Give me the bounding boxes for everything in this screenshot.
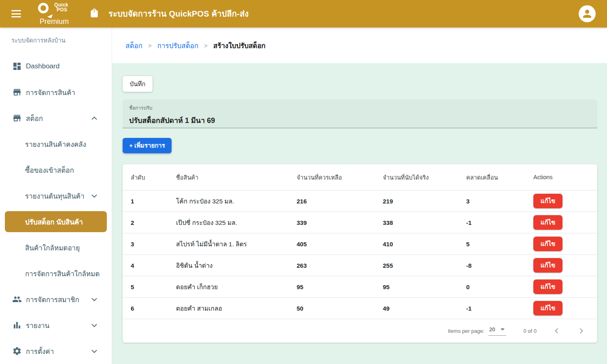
edit-button[interactable]: แก้ไข — [533, 279, 562, 294]
cell-expected-qty: 95 — [297, 284, 383, 290]
sidebar-item-label: รายงานสินค้าคงคลัง — [25, 139, 86, 150]
cell-product-name: อิชิตัน น้ำด่าง — [176, 260, 297, 271]
breadcrumb: สต็อก > การปรับสต็อก > สร้างใบปรับสต็อก — [112, 28, 607, 63]
cell-product-name: โค้ก กระป๋อง 325 มล. — [176, 196, 297, 206]
breadcrumb-link-stock-adjustment[interactable]: การปรับสต็อก — [157, 40, 199, 51]
cell-counted-qty: 49 — [383, 305, 466, 312]
account-button[interactable] — [579, 5, 596, 22]
cell-discrepancy: 0 — [466, 284, 533, 290]
previous-page-button[interactable] — [553, 327, 561, 335]
chevron-down-icon — [91, 295, 97, 303]
sidebar-item-stock-adjustment-active[interactable]: ปรับสต็อก นับสินค้า — [5, 211, 107, 232]
items-per-page-value: 20 — [489, 326, 495, 332]
next-page-button[interactable] — [577, 327, 585, 335]
sidebar-item-label: รายงานต้นทุนสินค้า — [25, 190, 85, 201]
cell-product-name: ดอยคำ เก็กฮวย — [176, 282, 297, 292]
chevron-left-icon — [553, 327, 561, 335]
sidebar-item-reports[interactable]: รายงาน — [0, 312, 112, 338]
cell-expected-qty: 50 — [297, 305, 383, 312]
table-pagination: Items per page: 20 0 of 0 — [123, 319, 597, 343]
breadcrumb-link-stock[interactable]: สต็อก — [125, 40, 142, 51]
sidebar-item-member-management[interactable]: การจัดการสมาชิก — [0, 286, 112, 312]
sidebar-item-label: รายงาน — [26, 320, 49, 331]
chevron-down-icon — [91, 321, 97, 329]
cell-index: 3 — [131, 241, 176, 248]
table-row: 2 เป๊ปซี่ กระป๋อง 325 มล. 339 338 -1 แก้… — [123, 212, 597, 233]
sidebar-item-low-stock-management[interactable]: การจัดการสินค้าใกล้หมด — [0, 260, 112, 286]
save-button[interactable]: บันทึก — [123, 76, 153, 92]
sidebar-item-stock[interactable]: สต็อก — [0, 105, 112, 131]
chevron-down-icon — [91, 192, 97, 200]
store-icon — [12, 113, 22, 123]
store-icon — [12, 87, 22, 97]
cell-index: 2 — [131, 219, 176, 226]
sidebar-item-settings[interactable]: การตั้งค่า — [0, 338, 112, 364]
col-header-counted-qty: จำนวนที่นับได้จริง — [383, 173, 466, 182]
cell-counted-qty: 255 — [383, 262, 466, 269]
edit-button[interactable]: แก้ไข — [533, 194, 562, 208]
brand-premium: Premium — [40, 17, 69, 26]
sidebar-item-inventory-report[interactable]: รายงานสินค้าคงคลัง — [0, 131, 112, 157]
table-row: 6 ดอยคำ สามเกลอ 50 49 -1 แก้ไข — [123, 298, 597, 319]
col-header-index: ลำดับ — [131, 173, 176, 182]
col-header-actions: Actions — [533, 174, 588, 180]
cell-discrepancy: -1 — [466, 219, 533, 226]
sidebar-item-label: การจัดการสมาชิก — [26, 294, 79, 305]
app-title: ระบบจัดการร้าน QuickPOS ค้าปลีก-ส่ง — [108, 7, 249, 20]
sidebar-nav: ระบบจัดการหลังบ้าน Dashboard การจัดการสิ… — [0, 28, 112, 364]
col-header-product-name: ชื่อสินค้า — [176, 173, 297, 182]
sidebar-item-cost-report[interactable]: รายงานต้นทุนสินค้า — [0, 183, 112, 209]
brand-pos: POS — [54, 7, 68, 12]
dashboard-icon — [12, 61, 22, 71]
caret-down-icon — [501, 328, 505, 330]
chevron-right-icon — [577, 327, 585, 335]
sidebar-item-label: การตั้งค่า — [26, 346, 54, 357]
page-body: บันทึก ชื่อการปรับ ปรับสต็อกสัปดาห์ 1 มี… — [112, 63, 607, 364]
bar-chart-icon — [12, 320, 22, 330]
edit-button[interactable]: แก้ไข — [533, 301, 562, 315]
adjustment-name-label: ชื่อการปรับ — [129, 104, 591, 112]
logo-q-icon — [38, 3, 49, 13]
table-row: 1 โค้ก กระป๋อง 325 มล. 216 219 3 แก้ไข — [123, 190, 597, 212]
cell-product-name: ดอยคำ สามเกลอ — [176, 303, 297, 313]
cell-index: 4 — [131, 262, 176, 269]
sidebar-item-label: Dashboard — [26, 62, 59, 70]
sidebar-item-label: ปรับสต็อก นับสินค้า — [25, 216, 83, 227]
page-range-text: 0 of 0 — [523, 328, 537, 334]
sidebar-item-label: การจัดการสินค้า — [26, 87, 75, 98]
items-per-page-select[interactable]: 20 — [488, 326, 506, 336]
edit-button[interactable]: แก้ไข — [533, 237, 562, 251]
adjustment-name-value: ปรับสต็อกสัปดาห์ 1 มีนา 69 — [129, 114, 591, 126]
sidebar-item-label: สต็อก — [26, 113, 43, 124]
sidebar-item-label: ซื้อของเข้าสต็อก — [25, 165, 74, 176]
cell-index: 1 — [131, 198, 176, 205]
main-content: สต็อก > การปรับสต็อก > สร้างใบปรับสต็อก … — [112, 28, 607, 364]
shopping-bag-icon — [89, 8, 100, 20]
menu-icon[interactable] — [11, 10, 21, 17]
top-app-bar: Quick POS Premium ระบบจัดการร้าน QuickPO… — [0, 0, 607, 28]
breadcrumb-separator: > — [148, 42, 152, 49]
sidebar-item-purchase-into-stock[interactable]: ซื้อของเข้าสต็อก — [0, 157, 112, 183]
cell-discrepancy: 5 — [466, 241, 533, 248]
col-header-discrepancy: คลาดเคลื่อน — [466, 173, 533, 182]
brand-logo: Quick POS Premium — [37, 2, 83, 26]
sidebar-item-product-management[interactable]: การจัดการสินค้า — [0, 79, 112, 105]
sidebar-item-near-expiry[interactable]: สินค้าใกล้หมดอายุ — [0, 235, 112, 260]
gear-icon — [12, 346, 22, 356]
edit-button[interactable]: แก้ไข — [533, 258, 562, 273]
sidebar-item-dashboard[interactable]: Dashboard — [0, 53, 112, 79]
adjustment-name-field[interactable]: ชื่อการปรับ ปรับสต็อกสัปดาห์ 1 มีนา 69 — [123, 99, 597, 128]
sidebar-section-label: ระบบจัดการหลังบ้าน — [0, 28, 112, 53]
table-row: 4 อิชิตัน น้ำด่าง 263 255 -8 แก้ไข — [123, 255, 597, 276]
items-per-page-label: Items per page: — [448, 328, 484, 334]
breadcrumb-separator: > — [204, 42, 208, 49]
table-row: 3 สไปรท์ ไม่มีน้ำตาล 1. ลิตร 405 410 5 แ… — [123, 233, 597, 255]
edit-button[interactable]: แก้ไข — [533, 215, 562, 230]
cell-expected-qty: 263 — [297, 262, 383, 269]
sidebar-item-label: การจัดการสินค้าใกล้หมด — [25, 268, 100, 279]
chevron-up-icon — [91, 114, 97, 122]
table-row: 5 ดอยคำ เก็กฮวย 95 95 0 แก้ไข — [123, 276, 597, 298]
add-item-button[interactable]: + เพิ่มรายการ — [123, 138, 172, 153]
cell-discrepancy: -1 — [466, 305, 533, 312]
cell-expected-qty: 405 — [297, 241, 383, 248]
